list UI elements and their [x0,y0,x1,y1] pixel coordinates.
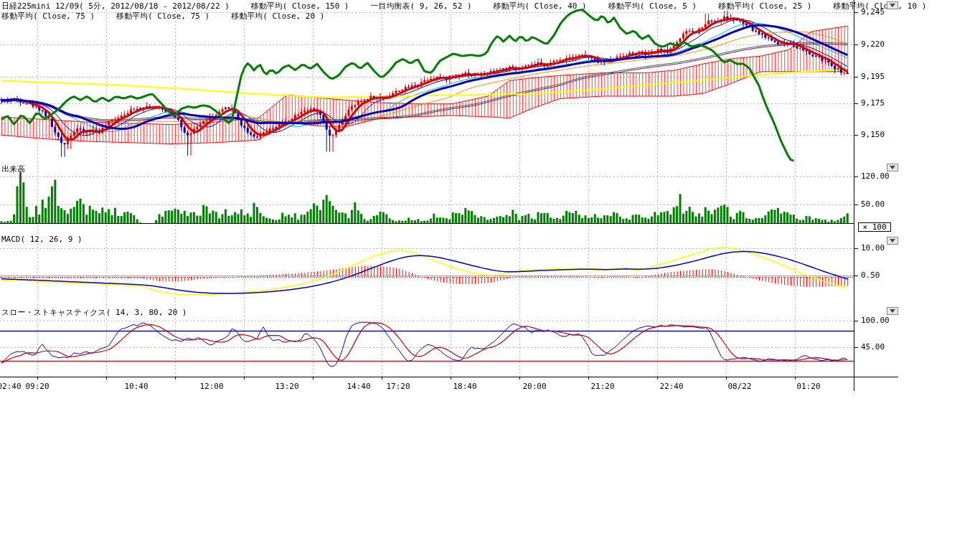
chevron-down-icon [890,239,895,242]
indicator-label: 移動平均( Close, 75 ) [1,11,95,21]
price-axis-tick-label: 9,220 [861,39,904,49]
stochastics-axis-tick-label: 45.00 [861,342,904,352]
indicator-label: 移動平均( Close, 20 ) [231,11,324,21]
time-axis-tick-label: 10:40 [121,382,152,391]
price-axis-tick-label: 9,195 [861,72,904,81]
price-axis-tick-label: 9,150 [861,130,904,139]
stochastics-panel-label: スロー・ストキャスティクス( 14, 3, 80, 20 ) [1,307,187,318]
indicator-label: 移動平均( Close, 150 ) [251,1,349,11]
time-axis-tick-label: 20:00 [519,382,550,391]
time-axis-tick-label: 21:20 [587,382,618,391]
time-axis-tick-label: 01:20 [793,382,824,391]
indicator-label: 移動平均( Close, 75 ) [116,11,209,21]
indicator-label: 移動平均( Close, 25 ) [718,1,811,11]
indicator-label: 日経225mini 12/09( 5分, 2012/08/18 - 2012/0… [1,1,230,11]
price-axis-tick-label: 9,175 [861,98,904,108]
chevron-down-icon [890,4,895,7]
panel-scale-dropdown-button[interactable] [887,307,898,315]
chevron-down-icon [890,166,895,169]
time-axis-tick-label: 22:40 [656,382,687,391]
indicator-label: 移動平均( Close, 5 ) [608,1,697,11]
volume-axis-tick-label: 50.00 [861,199,904,209]
time-axis-tick-label: 12:00 [196,382,227,391]
macd-axis-tick-label: 0.50 [861,270,904,280]
indicator-label: 移動平均( Close, 40 ) [494,1,587,11]
indicator-label: 一目均衡表( 9, 26, 52 ) [371,1,472,11]
volume-axis-tick-label: 120.00 [861,171,904,181]
time-axis-tick-label: 09:20 [22,382,53,391]
stochastics-axis-tick-label: 100.00 [861,316,904,325]
macd-panel-label: MACD( 12, 26, 9 ) [1,235,83,244]
indicator-header-line2: 移動平均( Close, 75 )移動平均( Close, 75 )移動平均( … [1,11,346,22]
time-axis-tick-label: 13:20 [271,382,303,391]
volume-multiplier-badge: × 100 [858,222,891,232]
chart-application-window: 日経225mini 12/09( 5分, 2012/08/18 - 2012/0… [0,0,980,551]
time-axis-tick-label: 18:40 [449,382,481,391]
time-axis-tick-label: 17:20 [382,382,414,391]
panel-scale-dropdown-button[interactable] [887,164,898,171]
indicator-header-line1: 日経225mini 12/09( 5分, 2012/08/18 - 2012/0… [1,1,948,11]
time-axis-tick-label: 08/22 [724,382,755,391]
volume-panel-label: 出来高 [1,164,25,174]
chart-canvas[interactable] [0,0,980,551]
panel-scale-dropdown-button[interactable] [887,237,898,245]
chevron-down-icon [890,309,895,313]
panel-scale-dropdown-button[interactable] [887,1,898,9]
time-axis-tick-label: 14:40 [343,382,374,391]
